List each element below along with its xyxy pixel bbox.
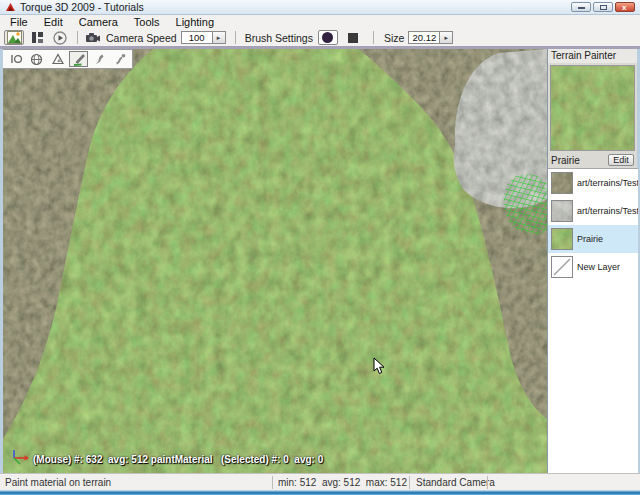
brush-settings-label: Brush Settings [245,32,313,44]
toolbar-separator [77,31,78,44]
layer-thumb-grass [551,172,573,194]
layer-row-new-layer[interactable]: New Layer [548,253,638,281]
title-bar: Torque 3D 2009 - Tutorials x [0,0,640,15]
status-hint: Paint material on terrain [5,477,111,488]
terrain-scene [3,49,547,473]
torque-logo-icon [5,2,16,12]
editor-panes-icon [31,31,44,44]
maximize-icon [600,5,607,10]
play-button[interactable] [50,30,70,45]
main-area: (Mouse) #: 632 avg: 512 paintMaterial (S… [0,49,640,473]
layer-thumb-empty [551,256,573,278]
tool-erode-button[interactable] [111,51,130,67]
terrain-tool-palette [3,49,133,69]
panel-title: Terrain Painter [548,49,637,63]
layer-thumb-prairie [551,228,573,250]
tool-adjust-height-button[interactable] [6,51,25,67]
layer-row-rock[interactable]: art/terrains/Test/rock [548,197,638,225]
window-border-bottom [0,490,640,495]
size-label: Size [384,32,404,44]
minimize-button[interactable] [571,2,591,12]
selected-material-name: Prairie [548,155,608,166]
erode-curve-icon [114,53,127,65]
terrain-viewport[interactable]: (Mouse) #: 632 avg: 512 paintMaterial (S… [3,49,547,473]
material-preview-texture [551,66,634,150]
terrain-editor-icon [7,31,22,44]
editor-panes-button[interactable] [27,30,47,45]
close-button[interactable]: x [615,2,635,12]
menu-tools[interactable]: Tools [126,15,168,29]
minimize-icon [578,7,585,9]
status-bar: Paint material on terrain min: 512 avg: … [0,473,640,490]
window-title: Torque 3D 2009 - Tutorials [20,1,144,13]
app-window: Torque 3D 2009 - Tutorials x File Edit C… [0,0,640,495]
edit-material-button[interactable]: Edit [608,154,634,166]
menu-edit[interactable]: Edit [36,15,71,29]
tool-paint-material-button[interactable] [69,51,88,67]
camera-icon [85,32,101,43]
size-value[interactable]: 20.12 [408,31,440,44]
menu-bar: File Edit Camera Tools Lighting [0,15,640,29]
close-icon: x [622,3,626,13]
square-brush-icon [348,33,358,43]
size-dropdown: 20.12 ▸ [408,31,453,44]
square-brush-button[interactable] [343,30,363,45]
smooth-curve-icon [93,53,106,65]
camera-speed-value[interactable]: 100 [181,31,213,44]
paint-brush-icon [72,53,86,66]
menu-lighting[interactable]: Lighting [168,15,223,29]
tool-mountain-button[interactable] [48,51,67,67]
axis-gizmo-icon [9,449,31,467]
menu-file[interactable]: File [2,15,36,29]
main-toolbar: Camera Speed 100 ▸ Brush Settings Size 2… [0,29,640,46]
circle-brush-icon [322,32,333,43]
circle-brush-button[interactable] [318,30,338,45]
layer-label: New Layer [577,262,620,272]
mountain-icon [51,53,65,65]
world-globe-icon [30,53,43,66]
layer-row-grass[interactable]: art/terrains/Test/gras [548,169,638,197]
tool-world-button[interactable] [27,51,46,67]
play-icon [53,31,67,45]
selected-material-row: Prairie Edit [548,153,638,167]
toolbar-separator [373,31,374,44]
toolbar-separator [235,31,236,44]
status-divider [409,476,410,489]
mouse-stats-text: (Mouse) #: 632 avg: 512 paintMaterial [33,454,213,465]
terrain-editor-button[interactable] [4,30,24,45]
status-divider [487,476,488,489]
layer-label: Prairie [577,234,603,244]
status-camera-mode: Standard Camera [416,477,495,488]
camera-speed-dropdown: 100 ▸ [181,31,226,44]
layer-label: art/terrains/Test/rock [577,206,638,216]
camera-speed-arrow-icon[interactable]: ▸ [213,31,226,44]
adjust-height-icon [9,53,23,65]
layer-label: art/terrains/Test/gras [577,178,638,188]
camera-speed-label: Camera Speed [106,32,177,44]
window-controls: x [571,2,635,12]
status-divider [272,476,273,489]
tool-smooth-button[interactable] [90,51,109,67]
terrain-painter-panel: Terrain Painter Prairie Edit art/terrain… [547,49,637,473]
material-preview [550,65,635,151]
menu-camera[interactable]: Camera [71,15,126,29]
status-height-stats: min: 512 avg: 512 max: 512 [278,477,407,488]
layer-row-prairie[interactable]: Prairie [548,225,638,253]
layer-thumb-rock [551,200,573,222]
selected-stats-text: (Selected) #: 0 avg: 0 [221,454,323,465]
maximize-button[interactable] [593,2,613,12]
size-arrow-icon[interactable]: ▸ [440,31,453,44]
layer-list: art/terrains/Test/gras art/terrains/Test… [548,168,638,473]
